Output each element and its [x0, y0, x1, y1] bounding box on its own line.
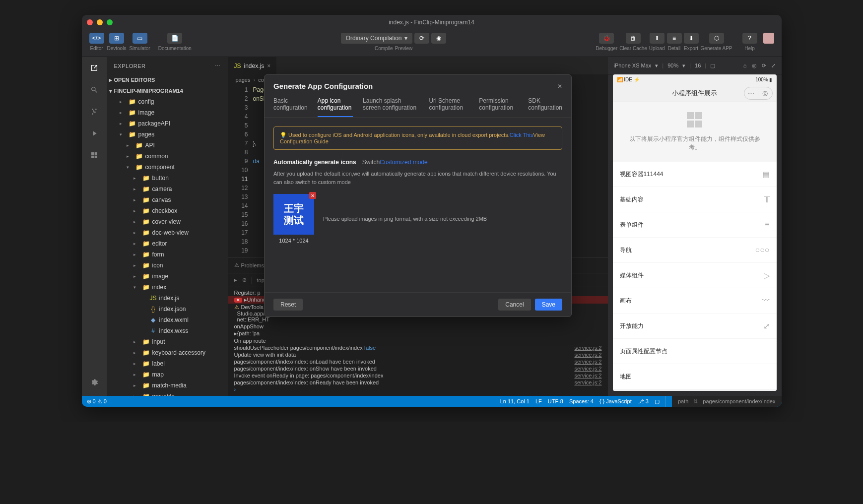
devtools-tab-btn[interactable]: ⊞: [109, 33, 124, 44]
font-select[interactable]: 16: [695, 63, 701, 68]
settings-icon[interactable]: [88, 377, 100, 388]
click-this-link[interactable]: Click This: [510, 132, 533, 138]
cancel-button[interactable]: Cancel: [498, 299, 531, 311]
tree-item[interactable]: {}index.json: [107, 304, 228, 315]
documentation-btn[interactable]: 📄: [167, 33, 182, 44]
toggle-icon[interactable]: ▸: [234, 277, 237, 283]
dialog-tab[interactable]: Launch splash screen configuration: [363, 97, 419, 117]
maximize-window[interactable]: [107, 19, 113, 25]
project-section[interactable]: ▾FINCLIP-MINIPROGRAM14: [107, 85, 228, 96]
editor-tab-btn[interactable]: </>: [89, 33, 104, 44]
problems-tab[interactable]: ⚠Problems: [234, 262, 264, 268]
tree-item[interactable]: ▸📁checkbox: [107, 205, 228, 216]
tree-item[interactable]: ▸📁map: [107, 369, 228, 380]
detail-btn[interactable]: ≡: [667, 33, 682, 44]
save-button[interactable]: Save: [535, 299, 562, 311]
category-item[interactable]: 开放能力⤢: [613, 314, 777, 338]
zoom-select[interactable]: 90%: [667, 63, 678, 68]
errors-warnings[interactable]: ⊗ 0 ⚠ 0: [87, 398, 107, 405]
git-status[interactable]: ⎇ 3: [638, 398, 649, 405]
tab-index-js[interactable]: JS index.js ×: [228, 57, 277, 74]
source-control-icon[interactable]: [88, 106, 100, 118]
tree-item[interactable]: ▸📁API: [107, 140, 228, 151]
category-item[interactable]: 页面属性配置节点: [613, 339, 777, 364]
simulator-tab-btn[interactable]: ▭: [133, 33, 147, 44]
category-item[interactable]: 基础内容𝕋: [613, 187, 777, 212]
compilation-select[interactable]: Ordinary Compilation▾: [341, 33, 413, 44]
device-select[interactable]: iPhone XS Max: [614, 63, 652, 68]
minimize-window[interactable]: [97, 19, 103, 25]
tree-item[interactable]: ▸📁common: [107, 151, 228, 162]
debugger-btn[interactable]: 🐞: [599, 33, 614, 44]
location-icon[interactable]: ◎: [752, 63, 757, 69]
rotate-icon[interactable]: ▢: [710, 63, 715, 69]
close-window[interactable]: [87, 19, 93, 25]
customized-mode-link[interactable]: Customized mode: [380, 159, 428, 166]
clear-cache-btn[interactable]: 🗑: [626, 33, 641, 44]
dialog-tab[interactable]: App icon configuration: [318, 97, 353, 117]
category-item[interactable]: 画布〰: [613, 288, 777, 313]
category-item[interactable]: 导航○○○: [613, 238, 777, 262]
tree-item[interactable]: ▸📁config: [107, 96, 228, 107]
tree-item[interactable]: #index.wxss: [107, 325, 228, 336]
clear-icon[interactable]: ⊘: [242, 277, 247, 283]
cursor-position[interactable]: Ln 11, Col 1: [500, 398, 530, 404]
device-body[interactable]: 以下将展示小程序官方组件能力，组件样式仅供参考。 视图容器111444▤基础内容…: [613, 102, 777, 391]
preview-btn[interactable]: ◉: [431, 33, 446, 44]
category-item[interactable]: 地图: [613, 364, 777, 389]
dialog-tab[interactable]: Url Scheme configuration: [429, 97, 469, 117]
explorer-more-icon[interactable]: ⋯: [215, 63, 221, 69]
eol[interactable]: LF: [535, 398, 542, 404]
tree-item[interactable]: ▸📁camera: [107, 184, 228, 194]
tree-item[interactable]: ▸📁label: [107, 358, 228, 369]
capsule-close-icon[interactable]: ◎: [758, 87, 772, 99]
open-editors-section[interactable]: ▸OPEN EDITORS: [107, 74, 228, 85]
language-mode[interactable]: { } JavaScript: [599, 398, 632, 404]
tree-item[interactable]: ▸📁movable: [107, 391, 228, 396]
indentation[interactable]: Spaces: 4: [569, 398, 594, 404]
reset-button[interactable]: Reset: [273, 299, 303, 311]
category-item[interactable]: 表单组件≡: [613, 212, 777, 237]
minimap[interactable]: [568, 85, 608, 257]
refresh-icon[interactable]: ⟳: [762, 63, 766, 69]
home-icon[interactable]: ⌂: [743, 63, 747, 69]
expand-icon[interactable]: ⤢: [771, 63, 776, 69]
tree-item[interactable]: ▸📁image: [107, 107, 228, 118]
user-avatar[interactable]: [763, 33, 774, 44]
generate-app-btn[interactable]: ⬡: [709, 33, 724, 44]
tree-item[interactable]: JSindex.js: [107, 293, 228, 304]
tree-item[interactable]: ▸📁editor: [107, 238, 228, 249]
tree-item[interactable]: ▸📁match-media: [107, 380, 228, 391]
tree-item[interactable]: ▸📁cover-view: [107, 216, 228, 227]
explorer-icon[interactable]: [88, 62, 100, 74]
delete-icon[interactable]: ✕: [309, 192, 316, 199]
compile-btn[interactable]: ⟳: [414, 33, 429, 44]
tree-item[interactable]: ▸📁keyboard-accessory: [107, 347, 228, 358]
tree-item[interactable]: ▸📁form: [107, 249, 228, 260]
capsule-menu-icon[interactable]: ⋯: [744, 87, 758, 99]
category-item[interactable]: 媒体组件▷: [613, 263, 777, 288]
help-btn[interactable]: ?: [742, 33, 757, 44]
debug-icon[interactable]: [88, 127, 100, 139]
dialog-close-icon[interactable]: ✕: [557, 83, 562, 90]
tree-item[interactable]: ▾📁component: [107, 162, 228, 173]
dialog-tab[interactable]: Basic configuration: [273, 97, 308, 117]
dialog-tab[interactable]: SDK configuration: [528, 97, 562, 117]
tree-item[interactable]: ▸📁image: [107, 271, 228, 282]
tree-item[interactable]: ▾📁pages: [107, 129, 228, 140]
close-tab-icon[interactable]: ×: [267, 63, 270, 69]
tree-item[interactable]: ▸📁input: [107, 336, 228, 347]
uploaded-icon-image[interactable]: 王宇 测试: [273, 194, 314, 235]
export-btn[interactable]: ⬇: [684, 33, 699, 44]
upload-btn[interactable]: ⬆: [650, 33, 664, 44]
tree-item[interactable]: ▾📁index: [107, 282, 228, 293]
search-icon[interactable]: [88, 84, 100, 96]
tree-item[interactable]: ▸📁button: [107, 173, 228, 184]
tree-item[interactable]: ◆index.wxml: [107, 315, 228, 325]
tree-item[interactable]: ▸📁doc-web-view: [107, 227, 228, 238]
tree-item[interactable]: ▸📁canvas: [107, 194, 228, 205]
top-filter[interactable]: top: [257, 277, 265, 283]
category-item[interactable]: 视图容器111444▤: [613, 162, 777, 187]
layout-icon[interactable]: ▢: [655, 398, 660, 405]
encoding[interactable]: UTF-8: [548, 398, 563, 404]
